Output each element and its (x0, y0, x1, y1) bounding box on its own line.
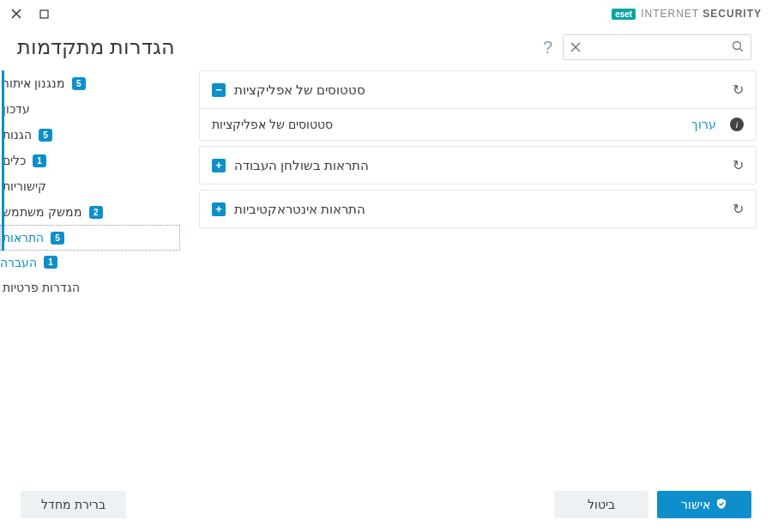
badge: 1 (44, 256, 57, 269)
close-icon[interactable] (10, 8, 22, 20)
content-area: ↻ סטטוסים של אפליקציות − i ערוך סטטוסים … (180, 70, 772, 482)
clear-icon[interactable] (570, 40, 581, 55)
collapse-icon[interactable]: − (212, 83, 226, 97)
expand-icon[interactable]: + (212, 203, 226, 216)
panel-title: התראות בשולחן העבודה (234, 158, 369, 173)
reset-icon[interactable]: ↻ (733, 157, 744, 173)
panel-desktop-notifications: ↻ התראות בשולחן העבודה + (199, 146, 757, 184)
brand: eset INTERNET SECURITY (612, 8, 762, 20)
shield-icon (715, 498, 727, 512)
sidebar-item-label: מנגנון איתור (3, 76, 65, 90)
maximize-icon[interactable] (38, 8, 50, 20)
search-box[interactable] (563, 34, 751, 60)
sidebar-subitem-transfer[interactable]: 1 העברה (0, 251, 180, 275)
edit-link[interactable]: ערוך (691, 118, 716, 131)
sidebar-item-update[interactable]: עדכון (0, 96, 180, 122)
panel-app-statuses: ↻ סטטוסים של אפליקציות − i ערוך סטטוסים … (199, 70, 757, 141)
sidebar-item-label: כלים (3, 154, 26, 167)
sidebar-item-label: הגדרות פרטיות (3, 281, 80, 294)
sidebar-item-privacy[interactable]: הגדרות פרטיות (0, 275, 180, 300)
cancel-button[interactable]: ביטול (554, 491, 648, 518)
info-icon[interactable]: i (730, 118, 744, 131)
sidebar-item-label: התראות (3, 231, 44, 245)
reset-icon[interactable]: ↻ (733, 201, 744, 217)
search-input[interactable] (564, 41, 752, 54)
page-title: הגדרות מתקדמות (17, 35, 175, 59)
titlebar: eset INTERNET SECURITY (0, 0, 772, 27)
badge: 5 (39, 129, 52, 142)
sidebar-item-tools[interactable]: 1 כלים (0, 148, 180, 173)
search-icon (732, 40, 744, 55)
sidebar-item-label: ממשק משתמש (3, 205, 82, 219)
panel-row: i ערוך סטטוסים של אפליקציות (200, 108, 756, 140)
brand-logo: eset (612, 9, 636, 20)
default-button[interactable]: ברירת מחדל (21, 491, 126, 518)
panel-interactive-notifications: ↻ התראות אינטראקטיביות + (199, 190, 757, 228)
sidebar-item-notifications[interactable]: 5 התראות (0, 225, 180, 251)
svg-point-1 (733, 42, 741, 50)
ok-button[interactable]: אישור (657, 491, 751, 518)
sidebar-item-label: קישוריות (3, 179, 46, 193)
reset-icon[interactable]: ↻ (733, 82, 744, 98)
sidebar-subitem-label: העברה (0, 256, 37, 269)
sidebar-item-connectivity[interactable]: קישוריות (0, 173, 180, 199)
panel-header[interactable]: ↻ התראות אינטראקטיביות + (200, 190, 756, 227)
row-label: סטטוסים של אפליקציות (212, 118, 333, 131)
panel-title: התראות אינטראקטיביות (234, 202, 365, 217)
ok-label: אישור (681, 498, 710, 511)
svg-rect-0 (40, 10, 48, 18)
sidebar-item-label: הגנות (3, 128, 32, 142)
sidebar: 5 מנגנון איתור עדכון 5 הגנות 1 כלים קישו… (0, 70, 180, 482)
panel-header[interactable]: ↻ סטטוסים של אפליקציות − (200, 71, 756, 108)
sidebar-item-detection[interactable]: 5 מנגנון איתור (0, 70, 180, 96)
sidebar-item-protections[interactable]: 5 הגנות (0, 122, 180, 148)
badge: 1 (33, 154, 46, 167)
sidebar-item-label: עדכון (3, 102, 30, 116)
badge: 2 (89, 206, 103, 219)
footer: ביטול אישור ברירת מחדל (0, 477, 772, 532)
expand-icon[interactable]: + (212, 159, 226, 172)
panel-header[interactable]: ↻ התראות בשולחן העבודה + (200, 147, 756, 184)
panel-title: סטטוסים של אפליקציות (234, 82, 365, 98)
badge: 5 (72, 77, 86, 90)
header-row: ? הגדרות מתקדמות (0, 27, 772, 70)
help-icon[interactable]: ? (543, 38, 552, 57)
badge: 5 (51, 232, 64, 245)
brand-text: INTERNET SECURITY (641, 8, 762, 20)
sidebar-item-ui[interactable]: 2 ממשק משתמש (0, 199, 180, 225)
